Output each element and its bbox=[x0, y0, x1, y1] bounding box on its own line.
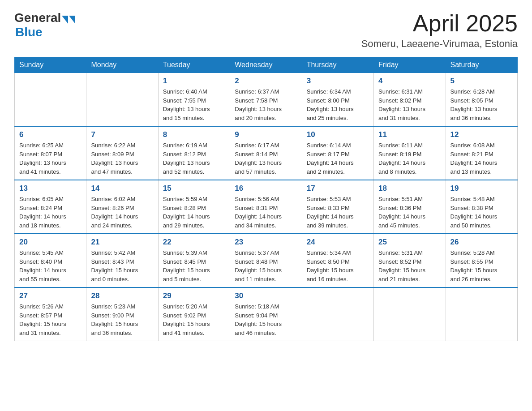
day-number: 19 bbox=[450, 184, 513, 193]
day-info: Sunrise: 6:37 AM Sunset: 7:58 PM Dayligh… bbox=[235, 87, 297, 122]
calendar-cell: 11Sunrise: 6:11 AM Sunset: 8:19 PM Dayli… bbox=[374, 126, 446, 180]
day-number: 23 bbox=[235, 238, 297, 247]
calendar-cell: 22Sunrise: 5:39 AM Sunset: 8:45 PM Dayli… bbox=[158, 234, 230, 287]
calendar-cell: 30Sunrise: 5:18 AM Sunset: 9:04 PM Dayli… bbox=[230, 287, 302, 341]
day-info: Sunrise: 6:40 AM Sunset: 7:55 PM Dayligh… bbox=[163, 87, 225, 122]
day-info: Sunrise: 5:28 AM Sunset: 8:55 PM Dayligh… bbox=[450, 248, 513, 283]
calendar-cell: 7Sunrise: 6:22 AM Sunset: 8:09 PM Daylig… bbox=[86, 126, 158, 180]
day-number: 28 bbox=[91, 291, 153, 300]
day-number: 18 bbox=[378, 184, 441, 193]
calendar-cell: 24Sunrise: 5:34 AM Sunset: 8:50 PM Dayli… bbox=[302, 234, 373, 287]
day-info: Sunrise: 5:31 AM Sunset: 8:52 PM Dayligh… bbox=[378, 248, 441, 283]
calendar-week-row: 6Sunrise: 6:25 AM Sunset: 8:07 PM Daylig… bbox=[15, 126, 518, 180]
day-number: 25 bbox=[378, 238, 441, 247]
day-info: Sunrise: 5:51 AM Sunset: 8:36 PM Dayligh… bbox=[378, 195, 441, 230]
calendar-week-row: 27Sunrise: 5:26 AM Sunset: 8:57 PM Dayli… bbox=[15, 287, 518, 341]
page-header: General Blue April 2025 Someru, Laeaene-… bbox=[14, 11, 518, 50]
day-info: Sunrise: 6:08 AM Sunset: 8:21 PM Dayligh… bbox=[450, 141, 513, 176]
day-info: Sunrise: 5:42 AM Sunset: 8:43 PM Dayligh… bbox=[91, 248, 153, 283]
calendar-cell bbox=[302, 287, 373, 341]
logo-blue-text: Blue bbox=[15, 25, 43, 39]
day-number: 13 bbox=[19, 184, 82, 193]
day-info: Sunrise: 5:53 AM Sunset: 8:33 PM Dayligh… bbox=[307, 195, 369, 230]
calendar-cell: 15Sunrise: 5:59 AM Sunset: 8:28 PM Dayli… bbox=[158, 180, 230, 234]
logo-arrow-icon bbox=[62, 16, 68, 24]
calendar-week-row: 13Sunrise: 6:05 AM Sunset: 8:24 PM Dayli… bbox=[15, 180, 518, 234]
day-info: Sunrise: 5:26 AM Sunset: 8:57 PM Dayligh… bbox=[19, 302, 82, 337]
logo: General Blue bbox=[14, 11, 76, 39]
calendar-cell: 14Sunrise: 6:02 AM Sunset: 8:26 PM Dayli… bbox=[86, 180, 158, 234]
calendar-cell: 12Sunrise: 6:08 AM Sunset: 8:21 PM Dayli… bbox=[446, 126, 517, 180]
day-info: Sunrise: 5:23 AM Sunset: 9:00 PM Dayligh… bbox=[91, 302, 153, 337]
day-info: Sunrise: 6:34 AM Sunset: 8:00 PM Dayligh… bbox=[307, 87, 369, 122]
day-info: Sunrise: 5:59 AM Sunset: 8:28 PM Dayligh… bbox=[163, 195, 225, 230]
day-number: 5 bbox=[450, 77, 513, 86]
calendar-cell: 26Sunrise: 5:28 AM Sunset: 8:55 PM Dayli… bbox=[446, 234, 517, 287]
calendar-cell: 16Sunrise: 5:56 AM Sunset: 8:31 PM Dayli… bbox=[230, 180, 302, 234]
day-info: Sunrise: 6:05 AM Sunset: 8:24 PM Dayligh… bbox=[19, 195, 82, 230]
day-info: Sunrise: 6:11 AM Sunset: 8:19 PM Dayligh… bbox=[378, 141, 441, 176]
weekday-header-tuesday: Tuesday bbox=[158, 57, 230, 73]
day-number: 26 bbox=[450, 238, 513, 247]
day-number: 10 bbox=[307, 130, 369, 139]
weekday-header-friday: Friday bbox=[374, 57, 446, 73]
calendar-cell: 10Sunrise: 6:14 AM Sunset: 8:17 PM Dayli… bbox=[302, 126, 373, 180]
calendar-header-row: SundayMondayTuesdayWednesdayThursdayFrid… bbox=[15, 57, 518, 73]
day-info: Sunrise: 6:31 AM Sunset: 8:02 PM Dayligh… bbox=[378, 87, 441, 122]
day-number: 20 bbox=[19, 238, 82, 247]
day-info: Sunrise: 5:56 AM Sunset: 8:31 PM Dayligh… bbox=[235, 195, 297, 230]
calendar-cell: 3Sunrise: 6:34 AM Sunset: 8:00 PM Daylig… bbox=[302, 73, 373, 127]
day-number: 30 bbox=[235, 291, 297, 300]
day-number: 12 bbox=[450, 130, 513, 139]
day-number: 1 bbox=[163, 77, 225, 86]
day-number: 27 bbox=[19, 291, 82, 300]
day-info: Sunrise: 6:17 AM Sunset: 8:14 PM Dayligh… bbox=[235, 141, 297, 176]
calendar-cell: 4Sunrise: 6:31 AM Sunset: 8:02 PM Daylig… bbox=[374, 73, 446, 127]
weekday-header-saturday: Saturday bbox=[446, 57, 517, 73]
day-number: 9 bbox=[235, 130, 297, 139]
location-title: Someru, Laeaene-Virumaa, Estonia bbox=[361, 38, 518, 50]
day-info: Sunrise: 6:14 AM Sunset: 8:17 PM Dayligh… bbox=[307, 141, 369, 176]
weekday-header-monday: Monday bbox=[86, 57, 158, 73]
day-number: 8 bbox=[163, 130, 225, 139]
day-info: Sunrise: 6:22 AM Sunset: 8:09 PM Dayligh… bbox=[91, 141, 153, 176]
day-number: 16 bbox=[235, 184, 297, 193]
day-info: Sunrise: 5:34 AM Sunset: 8:50 PM Dayligh… bbox=[307, 248, 369, 283]
day-number: 24 bbox=[307, 238, 369, 247]
calendar-cell bbox=[86, 73, 158, 127]
calendar-cell: 23Sunrise: 5:37 AM Sunset: 8:48 PM Dayli… bbox=[230, 234, 302, 287]
day-number: 11 bbox=[378, 130, 441, 139]
calendar-cell bbox=[15, 73, 86, 127]
day-info: Sunrise: 6:02 AM Sunset: 8:26 PM Dayligh… bbox=[91, 195, 153, 230]
calendar-cell: 8Sunrise: 6:19 AM Sunset: 8:12 PM Daylig… bbox=[158, 126, 230, 180]
calendar-cell: 5Sunrise: 6:28 AM Sunset: 8:05 PM Daylig… bbox=[446, 73, 517, 127]
calendar-cell: 2Sunrise: 6:37 AM Sunset: 7:58 PM Daylig… bbox=[230, 73, 302, 127]
calendar-cell: 13Sunrise: 6:05 AM Sunset: 8:24 PM Dayli… bbox=[15, 180, 86, 234]
day-number: 29 bbox=[163, 291, 225, 300]
title-block: April 2025 Someru, Laeaene-Virumaa, Esto… bbox=[361, 11, 518, 50]
calendar-cell: 18Sunrise: 5:51 AM Sunset: 8:36 PM Dayli… bbox=[374, 180, 446, 234]
day-number: 22 bbox=[163, 238, 225, 247]
weekday-header-thursday: Thursday bbox=[302, 57, 373, 73]
day-number: 3 bbox=[307, 77, 369, 86]
calendar-table: SundayMondayTuesdayWednesdayThursdayFrid… bbox=[14, 57, 518, 341]
logo-second-arrow-icon bbox=[69, 16, 75, 24]
day-info: Sunrise: 5:18 AM Sunset: 9:04 PM Dayligh… bbox=[235, 302, 297, 337]
logo-general-text: General bbox=[14, 11, 61, 25]
calendar-cell: 20Sunrise: 5:45 AM Sunset: 8:40 PM Dayli… bbox=[15, 234, 86, 287]
day-info: Sunrise: 5:37 AM Sunset: 8:48 PM Dayligh… bbox=[235, 248, 297, 283]
day-number: 6 bbox=[19, 130, 82, 139]
day-number: 4 bbox=[378, 77, 441, 86]
day-number: 2 bbox=[235, 77, 297, 86]
calendar-cell: 6Sunrise: 6:25 AM Sunset: 8:07 PM Daylig… bbox=[15, 126, 86, 180]
day-number: 17 bbox=[307, 184, 369, 193]
calendar-cell: 1Sunrise: 6:40 AM Sunset: 7:55 PM Daylig… bbox=[158, 73, 230, 127]
day-number: 21 bbox=[91, 238, 153, 247]
day-info: Sunrise: 6:25 AM Sunset: 8:07 PM Dayligh… bbox=[19, 141, 82, 176]
day-info: Sunrise: 6:28 AM Sunset: 8:05 PM Dayligh… bbox=[450, 87, 513, 122]
calendar-cell bbox=[374, 287, 446, 341]
day-info: Sunrise: 6:19 AM Sunset: 8:12 PM Dayligh… bbox=[163, 141, 225, 176]
weekday-header-wednesday: Wednesday bbox=[230, 57, 302, 73]
calendar-week-row: 1Sunrise: 6:40 AM Sunset: 7:55 PM Daylig… bbox=[15, 73, 518, 127]
day-number: 14 bbox=[91, 184, 153, 193]
